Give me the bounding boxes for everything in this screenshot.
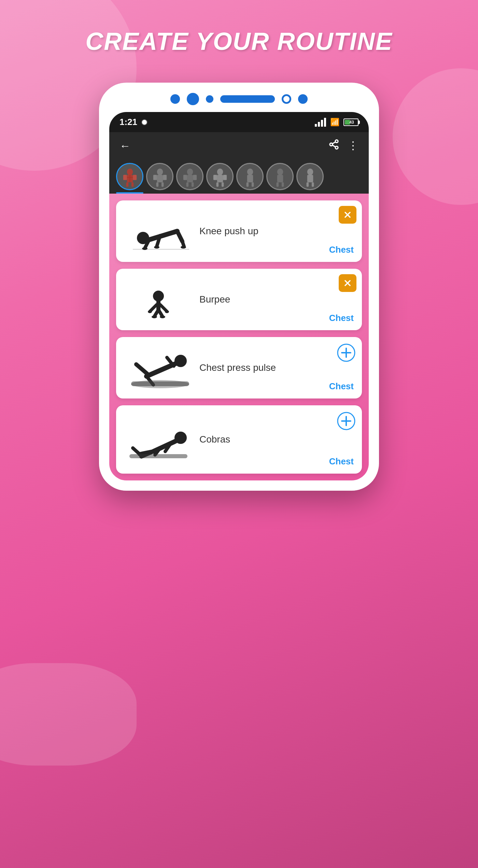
svg-line-56 (160, 305, 167, 311)
accessory-ring (282, 94, 291, 104)
svg-point-31 (247, 169, 253, 176)
exercise-card-1: Knee push up Chest (116, 200, 362, 262)
phone-frame: 1:21 📶 43 ← (99, 83, 379, 491)
svg-rect-22 (193, 175, 197, 180)
category-item-arms[interactable] (146, 163, 173, 194)
svg-point-50 (142, 247, 147, 250)
svg-rect-14 (157, 175, 163, 182)
share-button[interactable] (328, 139, 339, 153)
svg-point-13 (157, 169, 163, 176)
more-button[interactable]: ⋮ (348, 139, 358, 153)
category-avatar-5 (236, 163, 264, 190)
delete-button-2[interactable] (339, 274, 356, 292)
svg-point-62 (165, 310, 169, 313)
wifi-icon: 📶 (330, 118, 339, 127)
exercise-image-1 (124, 207, 193, 255)
category-avatar-2 (146, 163, 173, 190)
exercise-name-1: Knee push up (199, 226, 258, 236)
exercise-info-1: Knee push up (193, 226, 354, 237)
svg-point-1 (330, 143, 333, 146)
status-icons: 📶 43 (315, 118, 358, 127)
exercise-name-4: Cobras (199, 434, 230, 445)
category-avatar-3 (176, 163, 203, 190)
svg-line-69 (136, 364, 148, 375)
category-avatar-6 (266, 163, 294, 190)
svg-point-60 (160, 316, 165, 318)
exercise-name-3: Chest press pulse (199, 362, 276, 373)
svg-rect-15 (153, 175, 157, 180)
svg-rect-41 (306, 182, 309, 187)
svg-rect-26 (217, 175, 223, 182)
add-button-4[interactable] (336, 411, 356, 431)
header-actions: ⋮ (328, 139, 358, 153)
svg-rect-21 (183, 175, 187, 180)
svg-line-4 (332, 142, 335, 144)
svg-rect-18 (161, 182, 164, 187)
accessory-dot-4 (298, 94, 308, 104)
category-item-full[interactable] (296, 163, 324, 194)
svg-point-35 (277, 169, 283, 176)
svg-point-51 (154, 246, 159, 249)
exercise-card-4: Cobras Chest (116, 405, 362, 474)
category-item-shoulders[interactable] (266, 163, 294, 194)
svg-point-61 (148, 310, 152, 313)
svg-rect-29 (216, 182, 219, 187)
category-item-back[interactable] (176, 163, 203, 194)
exercise-info-4: Cobras (193, 434, 354, 445)
svg-rect-28 (223, 175, 227, 180)
delete-button-1[interactable] (339, 206, 356, 224)
accessory-pill (220, 95, 275, 103)
svg-line-67 (146, 364, 175, 376)
back-button[interactable]: ← (120, 140, 130, 152)
svg-rect-40 (307, 175, 313, 182)
exercise-category-1: Chest (329, 244, 354, 255)
svg-rect-37 (276, 182, 279, 187)
svg-rect-16 (163, 175, 167, 180)
svg-point-19 (187, 169, 193, 176)
category-avatar-1 (116, 163, 143, 190)
svg-rect-72 (131, 381, 189, 386)
svg-rect-30 (221, 182, 224, 187)
svg-line-55 (150, 305, 157, 311)
svg-rect-38 (281, 182, 284, 187)
svg-point-0 (335, 140, 338, 143)
accessory-dot-1 (170, 94, 180, 104)
svg-rect-27 (213, 175, 217, 180)
svg-rect-32 (247, 175, 253, 182)
page-title: CREATE YOUR ROUTINE (85, 27, 392, 55)
category-item-chest[interactable] (116, 163, 143, 194)
svg-point-5 (127, 169, 132, 176)
exercise-image-2 (124, 276, 193, 323)
category-item-legs[interactable] (236, 163, 264, 194)
app-header: ← ⋮ (109, 132, 369, 159)
battery-percent: 43 (345, 120, 358, 125)
svg-line-48 (182, 241, 184, 247)
svg-rect-83 (129, 454, 187, 458)
exercise-category-3: Chest (329, 381, 354, 392)
svg-rect-36 (277, 175, 283, 182)
svg-rect-10 (133, 175, 137, 180)
notification-icon (141, 119, 147, 125)
category-item-core[interactable] (206, 163, 234, 194)
category-underline-1 (116, 192, 143, 194)
svg-line-47 (177, 231, 182, 241)
svg-line-44 (149, 231, 177, 240)
category-avatar-7 (296, 163, 324, 190)
svg-rect-33 (246, 182, 249, 187)
svg-rect-24 (191, 182, 194, 187)
exercise-name-2: Burpee (199, 294, 230, 305)
svg-line-3 (332, 145, 335, 147)
svg-rect-12 (131, 182, 133, 187)
status-time: 1:21 (120, 117, 137, 127)
svg-point-39 (307, 169, 313, 176)
exercise-list: Knee push up Chest (109, 194, 369, 480)
accessory-dot-2 (187, 93, 199, 105)
exercise-card-2: Burpee Chest (116, 269, 362, 330)
status-bar: 1:21 📶 43 (109, 112, 369, 132)
add-button-3[interactable] (336, 342, 356, 363)
exercise-category-4: Chest (329, 456, 354, 467)
svg-point-2 (335, 146, 338, 149)
svg-rect-23 (186, 182, 188, 187)
exercise-image-3 (124, 344, 193, 392)
svg-point-59 (152, 316, 157, 318)
